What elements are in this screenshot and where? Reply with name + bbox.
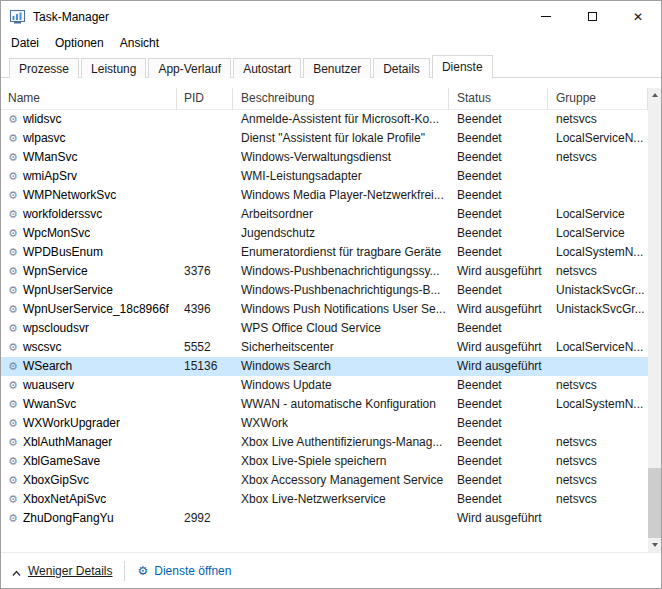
service-description: WWAN - automatische Konfiguration [233,395,449,414]
service-group [548,414,648,433]
table-row-xboxnetapisvc[interactable]: ⚙XboxNetApiSvcXbox Live-NetzwerkserviceB… [1,490,648,509]
table-row-wpcmonsvc[interactable]: ⚙WpcMonSvcJugendschutzBeendetLocalServic… [1,224,648,243]
service-description: Enumeratordienst für tragbare Geräte [233,243,449,262]
table-row-wpdbusenum[interactable]: ⚙WPDBusEnumEnumeratordienst für tragbare… [1,243,648,262]
table-row-wmiapsrv[interactable]: ⚙wmiApSrvWMI-LeistungsadapterBeendet [1,167,648,186]
service-name-cell: ⚙wscsvc [1,338,177,357]
tab-prozesse[interactable]: Prozesse [9,58,79,78]
service-group: UnistackSvcGr... [548,300,648,319]
table-row-wpnuserservice-18c8966f[interactable]: ⚙WpnUserService_18c8966f4396Windows Push… [1,300,648,319]
service-name: WManSvc [23,148,78,167]
table-row-wmpnetworksvc[interactable]: ⚙WMPNetworkSvcWindows Media Player-Netzw… [1,186,648,205]
service-status: Beendet [449,110,548,129]
service-pid [177,186,233,205]
service-description: Windows-Pushbenachrichtigungssy... [233,262,449,281]
tab-strip: ProzesseLeistungApp-VerlaufAutostartBenu… [1,54,661,78]
menu-item-optionen[interactable]: Optionen [47,33,112,53]
table-row-wscsvc[interactable]: ⚙wscsvc5552SicherheitscenterWird ausgefü… [1,338,648,357]
service-name: ZhuDongFangYu [23,509,114,528]
table-row-xboxgipsvc[interactable]: ⚙XboxGipSvcXbox Accessory Management Ser… [1,471,648,490]
service-name-cell: ⚙WpnUserService [1,281,177,300]
tab-dienste[interactable]: Dienste [432,55,493,79]
table-row-wpscloudsvr[interactable]: ⚙wpscloudsvrWPS Office Cloud ServiceBeen… [1,319,648,338]
service-pid [177,490,233,509]
table-row-zhudongfangyu[interactable]: ⚙ZhuDongFangYu2992Wird ausgeführt [1,509,648,528]
service-group [548,357,648,376]
close-button[interactable]: ✕ [615,1,661,32]
service-name: WXWorkUpgrader [23,414,120,433]
minimize-button[interactable] [523,1,569,32]
tab-autostart[interactable]: Autostart [233,58,301,78]
service-pid: 4396 [177,300,233,319]
task-manager-icon [10,9,25,24]
tab-app-verlauf[interactable]: App-Verlauf [148,58,231,78]
menu-item-ansicht[interactable]: Ansicht [112,33,167,53]
chevron-up-icon [11,565,22,576]
service-description: WMI-Leistungsadapter [233,167,449,186]
menu-item-datei[interactable]: Datei [3,33,47,53]
table-row-wwansvc[interactable]: ⚙WwanSvcWWAN - automatische Konfiguratio… [1,395,648,414]
tab-leistung[interactable]: Leistung [81,58,146,78]
service-name-cell: ⚙XboxGipSvc [1,471,177,490]
service-description [233,509,449,528]
less-details-button[interactable]: Weniger Details [11,564,112,578]
scrollbar-down-button[interactable] [648,538,661,552]
table-row-wlpasvc[interactable]: ⚙wlpasvcDienst "Assistent für lokale Pro… [1,129,648,148]
table-row-xblgamesave[interactable]: ⚙XblGameSaveXbox Live-Spiele speichernBe… [1,452,648,471]
table-row-wsearch[interactable]: ⚙WSearch15136Windows SearchWird ausgefüh… [1,357,648,376]
table-row-wmansvc[interactable]: ⚙WManSvcWindows-VerwaltungsdienstBeendet… [1,148,648,167]
title-bar: Task-Manager ✕ [1,1,661,32]
service-gear-icon: ⚙ [8,133,18,144]
tab-details[interactable]: Details [373,58,430,78]
window-controls: ✕ [523,1,661,32]
service-description: WPS Office Cloud Service [233,319,449,338]
service-description: WXWork [233,414,449,433]
service-gear-icon: ⚙ [8,380,18,391]
service-pid [177,452,233,471]
table-row-wxworkupgrader[interactable]: ⚙WXWorkUpgraderWXWorkBeendet [1,414,648,433]
tab-benutzer[interactable]: Benutzer [303,58,371,78]
service-group: netsvcs [548,376,648,395]
column-header-status[interactable]: Status [449,88,548,109]
table-row-wpnuserservice[interactable]: ⚙WpnUserServiceWindows-Pushbenachrichtig… [1,281,648,300]
service-pid: 3376 [177,262,233,281]
service-group: netsvcs [548,452,648,471]
table-row-workfolderssvc[interactable]: ⚙workfolderssvcArbeitsordnerBeendetLocal… [1,205,648,224]
service-name-cell: ⚙WXWorkUpgrader [1,414,177,433]
service-name: wscsvc [23,338,62,357]
service-status: Beendet [449,243,548,262]
service-name: WpnService [23,262,88,281]
service-name-cell: ⚙wlidsvc [1,110,177,129]
service-gear-icon: ⚙ [8,361,18,372]
service-name-cell: ⚙WpcMonSvc [1,224,177,243]
service-description: Arbeitsordner [233,205,449,224]
service-status: Beendet [449,148,548,167]
service-pid: 2992 [177,509,233,528]
title-bar-left: Task-Manager [1,1,523,32]
service-status: Beendet [449,319,548,338]
vertical-scrollbar[interactable] [648,88,661,552]
table-row-wpnservice[interactable]: ⚙WpnService3376Windows-Pushbenachrichtig… [1,262,648,281]
column-header-beschreibung[interactable]: Beschreibung [233,88,449,109]
column-header-gruppe[interactable]: Gruppe [548,88,648,109]
open-services-gear-icon: ⚙ [137,565,148,577]
service-pid: 5552 [177,338,233,357]
table-row-xblauthmanager[interactable]: ⚙XblAuthManagerXbox Live Authentifizieru… [1,433,648,452]
service-name: XblAuthManager [23,433,112,452]
scrollbar-thumb[interactable] [648,468,661,538]
column-header-name[interactable]: Name [1,88,177,109]
service-name: WwanSvc [23,395,76,414]
minimize-icon [541,16,551,17]
close-icon: ✕ [633,11,643,23]
table-row-wuauserv[interactable]: ⚙wuauservWindows UpdateBeendetnetsvcs [1,376,648,395]
service-pid [177,243,233,262]
table-row-wlidsvc[interactable]: ⚙wlidsvcAnmelde-Assistent für Microsoft-… [1,110,648,129]
scrollbar-up-button[interactable] [648,88,661,102]
column-header-pid[interactable]: PID [177,88,233,109]
open-services-link[interactable]: ⚙ Dienste öffnen [137,564,231,578]
service-description: Xbox Live Authentifizierungs-Manag... [233,433,449,452]
maximize-button[interactable] [569,1,615,32]
task-manager-window: Task-Manager ✕ DateiOptionenAnsicht Proz… [0,0,662,589]
service-description: Windows Update [233,376,449,395]
service-group: UnistackSvcGr... [548,281,648,300]
